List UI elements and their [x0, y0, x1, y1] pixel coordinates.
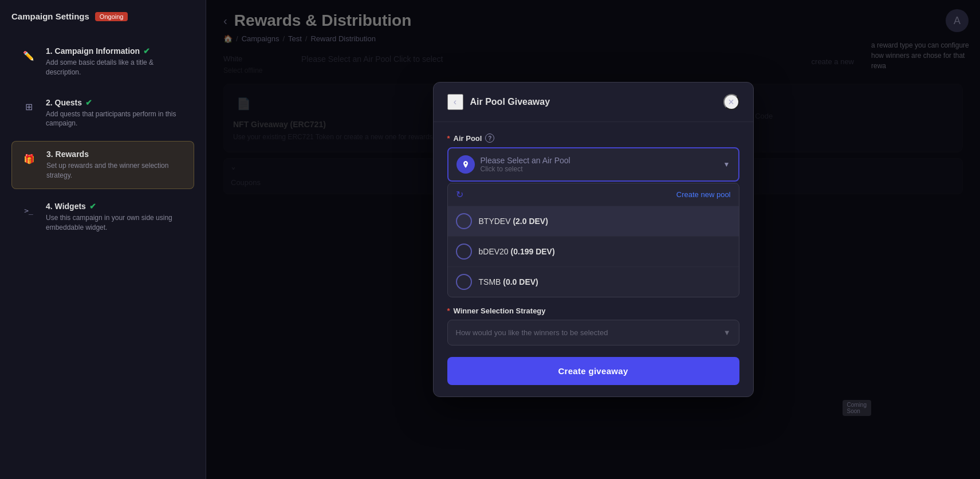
dropdown-item-btydev[interactable]: BTYDEV (2.0 DEV): [448, 206, 739, 237]
air-pool-dropdown-list: ↻ Create new pool BTYDEV (2.0 DEV) bDEV2…: [447, 183, 739, 297]
modal: ‹ Air Pool Giveaway × * Air Pool ?: [433, 82, 754, 397]
token-name-btydev: BTYDEV (2.0 DEV): [479, 217, 548, 226]
winner-selection-label: * Winner Selection Strategy: [447, 307, 739, 315]
status-badge: Ongoing: [95, 12, 128, 21]
token-icon-tsmb: [456, 274, 472, 290]
sidebar: Campaign Settings Ongoing ✏️ 1. Campaign…: [0, 0, 206, 479]
sidebar-item-widgets[interactable]: >_ 4. Widgets ✔ Use this campaign in you…: [11, 194, 194, 241]
modal-overlay: ‹ Air Pool Giveaway × * Air Pool ?: [206, 0, 980, 479]
winner-selection-placeholder: How would you like the winners to be sel…: [456, 328, 608, 337]
winner-selection-section: * Winner Selection Strategy How would yo…: [447, 307, 739, 345]
dropdown-item-bdev20[interactable]: bDEV20 (0.199 DEV): [448, 237, 739, 267]
air-pool-label: * Air Pool ?: [447, 134, 739, 143]
modal-back-button[interactable]: ‹: [447, 94, 463, 110]
air-pool-placeholder: Please Select an Air Pool: [481, 156, 718, 165]
modal-body: * Air Pool ? Please Select an Air Pool: [434, 122, 753, 396]
winner-dropdown-arrow-icon: ▼: [723, 328, 731, 337]
token-icon-btydev: [456, 213, 472, 229]
grid-icon: ⊞: [19, 98, 38, 116]
dropdown-item-tsmb[interactable]: TSMB (0.0 DEV): [448, 267, 739, 297]
modal-close-button[interactable]: ×: [723, 94, 739, 110]
check-icon-1: ✔: [143, 46, 150, 56]
winner-selection-select[interactable]: How would you like the winners to be sel…: [447, 320, 739, 345]
air-pool-select[interactable]: Please Select an Air Pool Click to selec…: [447, 147, 739, 182]
sidebar-header: Campaign Settings Ongoing: [11, 11, 194, 21]
check-icon-4: ✔: [89, 202, 96, 211]
sidebar-item-4-desc: Use this campaign in your own side using…: [46, 213, 186, 233]
required-star: *: [447, 134, 450, 143]
create-new-pool-link[interactable]: Create new pool: [676, 190, 731, 199]
token-icon-bdev20: [456, 244, 472, 260]
air-pool-sub: Click to select: [481, 165, 718, 173]
sidebar-item-2-desc: Add quests that participants perform in …: [46, 109, 186, 129]
winner-required-star: *: [447, 307, 450, 315]
loading-spinner-icon: ↻: [456, 189, 463, 200]
sidebar-title: Campaign Settings: [11, 11, 89, 21]
terminal-icon: >_: [19, 202, 38, 220]
gift-icon: 🎁: [20, 150, 38, 168]
air-pool-icon: [456, 155, 475, 174]
sidebar-item-rewards[interactable]: 🎁 3. Rewards Set up rewards and the winn…: [11, 141, 194, 189]
dropdown-list-header: ↻ Create new pool: [448, 183, 739, 206]
modal-title: Air Pool Giveaway: [470, 97, 717, 107]
main-area: ‹ Rewards & Distribution 🏠 / Campaigns /…: [206, 0, 980, 479]
check-icon-2: ✔: [85, 98, 92, 107]
token-name-tsmb: TSMB (0.0 DEV): [479, 277, 538, 286]
edit-icon: ✏️: [19, 46, 38, 65]
sidebar-item-1-title: 1. Campaign Information: [46, 46, 140, 56]
sidebar-item-1-desc: Add some basic details like a title & de…: [46, 58, 186, 77]
sidebar-item-4-title: 4. Widgets: [46, 202, 86, 211]
sidebar-item-3-desc: Set up rewards and the winner selection …: [46, 161, 186, 180]
modal-header: ‹ Air Pool Giveaway ×: [434, 83, 753, 122]
help-icon[interactable]: ?: [485, 134, 494, 143]
sidebar-item-quests[interactable]: ⊞ 2. Quests ✔ Add quests that participan…: [11, 90, 194, 137]
create-giveaway-button[interactable]: Create giveaway: [447, 357, 739, 385]
sidebar-item-3-title: 3. Rewards: [46, 150, 89, 159]
sidebar-item-2-title: 2. Quests: [46, 98, 82, 107]
sidebar-item-campaign-info[interactable]: ✏️ 1. Campaign Information ✔ Add some ba…: [11, 38, 194, 85]
token-name-bdev20: bDEV20 (0.199 DEV): [479, 247, 555, 256]
dropdown-arrow-icon: ▼: [723, 160, 730, 168]
